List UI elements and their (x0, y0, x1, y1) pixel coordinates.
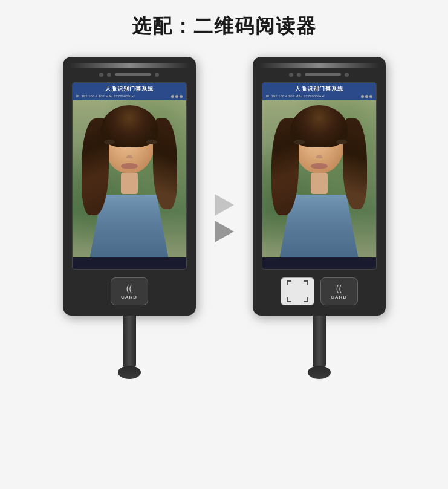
card-icon-2: (( (336, 283, 342, 293)
page-title: 选配：二维码阅读器 (132, 13, 317, 40)
devices-row: 人脸识别门禁系统 IP: 192.168.4.102 MAc:22720000x… (0, 57, 448, 379)
qr-corner-tl (287, 280, 291, 285)
device-2-screen-title: 人脸识别门禁系统 (266, 85, 372, 93)
device-1-mount-pole (123, 316, 136, 367)
device-2-qr-scanner[interactable] (281, 277, 314, 305)
device-1-top-bar (69, 70, 190, 79)
sensor-dot-3 (155, 73, 159, 77)
nose-1 (126, 150, 133, 158)
device-1-body: 人脸识别门禁系统 IP: 192.168.4.102 MAc:22720000x… (63, 57, 196, 316)
icon-dot-3 (180, 95, 183, 98)
device-2-mount-base (308, 366, 331, 379)
sensor-dot-1 (99, 73, 103, 77)
device-2-screen-info: IP: 192.168.4.102 MAc:22720000xxf (266, 94, 372, 98)
sensor-dot-5 (297, 73, 301, 77)
icon-dot-1 (171, 95, 174, 98)
device-1-screen-header: 人脸识别门禁系统 IP: 192.168.4.102 MAc:22720000x… (73, 83, 186, 100)
qr-corner-tr (304, 280, 308, 285)
arrow-container (215, 194, 234, 242)
device-2-screen-header: 人脸识别门禁系统 IP: 192.168.4.102 MAc:22720000x… (262, 83, 376, 100)
device-1-mount-base (118, 366, 141, 379)
device-1-top-stripe (69, 63, 190, 68)
device-1-card-label: CARD (121, 294, 137, 300)
sensor-bar (115, 73, 151, 76)
device-2-mount-pole (313, 316, 326, 367)
device-1: 人脸识别门禁系统 IP: 192.168.4.102 MAc:22720000x… (60, 57, 199, 379)
device-1-screen-icons (171, 95, 183, 98)
device-2-face-image (262, 100, 376, 257)
lips-2 (311, 163, 328, 169)
device-1-face-image (73, 100, 186, 257)
icon-dot-4 (361, 95, 364, 98)
device-1-screen: 人脸识别门禁系统 IP: 192.168.4.102 MAc:22720000x… (72, 82, 187, 270)
icon-dot-5 (365, 95, 368, 98)
sensor-dot-2 (107, 73, 111, 77)
sensor-bar-2 (305, 73, 341, 76)
device-2-top-stripe (259, 63, 380, 68)
icon-dot-2 (175, 95, 178, 98)
device-2-top-bar (259, 70, 380, 79)
qr-corner-br (304, 297, 308, 302)
neck-1 (121, 173, 138, 194)
device-1-screen-info: IP: 192.168.4.102 MAc:22720000xxf (76, 94, 183, 98)
card-icon-1: (( (126, 283, 132, 293)
eye-left-1 (104, 140, 115, 144)
lips-1 (121, 163, 138, 169)
eye-right-2 (336, 140, 347, 144)
device-1-ip: IP: 192.168.4.102 MAc:22720000xxf (76, 94, 135, 98)
device-2-card-label: CARD (331, 294, 347, 300)
device-1-screen-title: 人脸识别门禁系统 (76, 85, 183, 93)
qr-scanner-inner (287, 280, 308, 302)
device-2-ip: IP: 192.168.4.102 MAc:22720000xxf (266, 94, 325, 98)
device-2-screen-icons (361, 95, 372, 98)
device-2-card-button[interactable]: (( CARD (320, 277, 358, 305)
neck-2 (311, 173, 328, 194)
device-2-screen: 人脸识别门禁系统 IP: 192.168.4.102 MAc:22720000x… (262, 82, 377, 270)
arrow-bottom (215, 221, 234, 242)
eye-right-1 (146, 140, 157, 144)
eye-left-2 (294, 140, 305, 144)
device-2-bottom-area: (( CARD (259, 276, 380, 307)
sensor-dot-4 (289, 73, 293, 77)
sensor-dot-6 (345, 73, 349, 77)
nose-2 (316, 150, 323, 158)
arrow-top (215, 194, 234, 216)
device-2-body: 人脸识别门禁系统 IP: 192.168.4.102 MAc:22720000x… (253, 57, 386, 316)
device-1-bottom-area: (( CARD (69, 276, 190, 307)
icon-dot-6 (369, 95, 372, 98)
qr-corner-bl (287, 297, 291, 302)
device-2: 人脸识别门禁系统 IP: 192.168.4.102 MAc:22720000x… (250, 57, 389, 379)
device-1-card-button[interactable]: (( CARD (111, 277, 148, 305)
